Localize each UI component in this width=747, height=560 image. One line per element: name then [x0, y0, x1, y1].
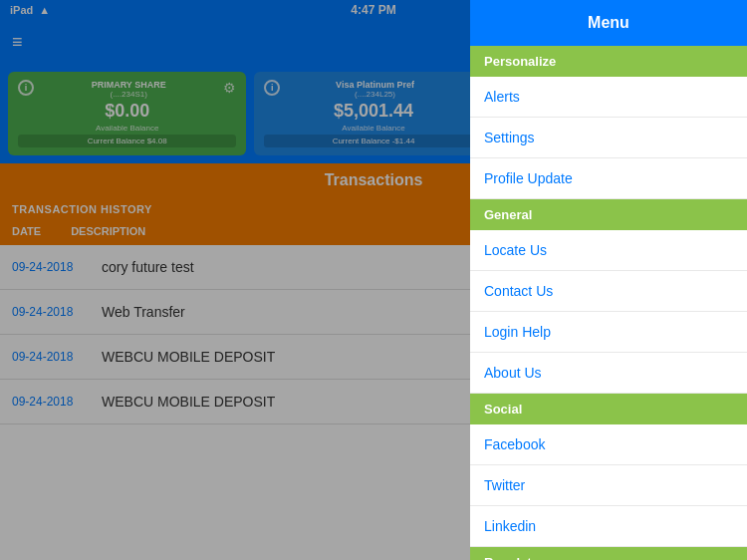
menu-panel: Menu Personalize Alerts Settings Profile… — [470, 0, 747, 560]
menu-item-login-help[interactable]: Login Help — [470, 312, 747, 353]
menu-item-alerts[interactable]: Alerts — [470, 77, 747, 118]
menu-item-settings[interactable]: Settings — [470, 118, 747, 158]
menu-item-about-us[interactable]: About Us — [470, 353, 747, 394]
menu-section-personalize: Personalize — [470, 46, 747, 77]
menu-item-contact-us[interactable]: Contact Us — [470, 271, 747, 312]
menu-item-linkedin[interactable]: Linkedin — [470, 506, 747, 547]
menu-item-facebook[interactable]: Facebook — [470, 424, 747, 465]
menu-section-social: Social — [470, 394, 747, 424]
menu-section-regulatory: Regulatory — [470, 547, 747, 560]
menu-item-locate-us[interactable]: Locate Us — [470, 230, 747, 271]
menu-item-twitter[interactable]: Twitter — [470, 465, 747, 506]
menu-section-general: General — [470, 199, 747, 230]
menu-title: Menu — [470, 0, 747, 46]
menu-item-profile-update[interactable]: Profile Update — [470, 158, 747, 199]
